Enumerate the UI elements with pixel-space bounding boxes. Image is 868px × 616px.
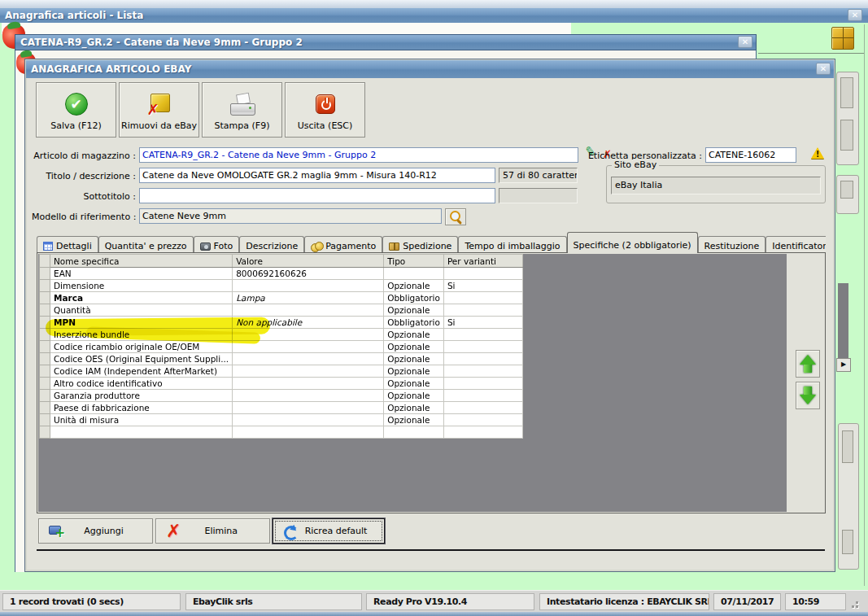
table-header-row: Nome specificaValoreTipoPer varianti [40, 255, 523, 268]
dialog-title: ANAGRAFICA ARTICOLO EBAY [31, 63, 191, 75]
move-up-button[interactable] [796, 350, 820, 378]
table-row[interactable]: MarcaLampaObbligatorio [40, 292, 523, 304]
table-row[interactable]: Inserzione bundleOpzionale [40, 329, 523, 341]
cell-nome-specifica: Quantità [50, 304, 233, 317]
window-edge-line [864, 24, 865, 586]
exit-button[interactable]: Uscita (ESC) [285, 82, 365, 138]
etichetta-field[interactable]: CATENE-16062 [705, 147, 796, 163]
modello-field[interactable]: Catene Neve 9mm [139, 208, 442, 224]
table-row[interactable]: Paese di fabbricazioneOpzionale [40, 402, 523, 414]
row-selector[interactable] [40, 317, 50, 329]
tab-specifiche[interactable]: Specifiche (2 obbligatorie) [567, 232, 698, 253]
row-selector[interactable] [40, 268, 50, 280]
titolo-field[interactable]: Catene da Neve OMOLOGATE GR.2 maglia 9mm… [139, 168, 495, 183]
exit-icon [316, 94, 335, 114]
table-row[interactable]: Altro codice identificativoOpzionale [40, 378, 523, 390]
row-selector[interactable] [40, 353, 50, 365]
row-selector[interactable] [40, 365, 50, 378]
row-selector[interactable] [40, 280, 50, 292]
table-row[interactable]: QuantitàOpzionale [40, 304, 523, 317]
close-icon[interactable]: ✕ [848, 9, 862, 21]
cell-valore [233, 365, 384, 378]
background-scrollbar-fragment[interactable] [838, 283, 848, 358]
recreate-default-button[interactable]: Ricrea default [273, 518, 385, 544]
table-row[interactable]: Codice IAM (Independent AfterMarket)Opzi… [40, 365, 523, 378]
table-row[interactable]: MPNNon applicabileObbligatorioSi [40, 317, 523, 329]
table-row[interactable]: Codice ricambio originale OE/OEMOpzional… [40, 341, 523, 353]
save-button[interactable]: Salva (F12) [36, 82, 116, 138]
row-selector[interactable] [40, 304, 50, 317]
add-button[interactable]: Aggiungi [38, 518, 153, 544]
article-window-content-strip [15, 50, 24, 572]
print-button[interactable]: Stampa (F9) [202, 82, 282, 138]
articolo-field[interactable]: CATENA-R9_GR.2 - Catene da Neve 9mm - Gr… [139, 147, 578, 163]
row-selector[interactable] [40, 329, 50, 341]
table-row[interactable]: Unità di misuraOpzionale [40, 414, 523, 426]
add-icon [49, 525, 63, 537]
cell-tipo [384, 268, 444, 280]
tab-tempo-di-imballaggio[interactable]: Tempo di imballaggio [458, 236, 566, 253]
tab-pagamento[interactable]: Pagamento [304, 236, 382, 253]
tab-foto[interactable]: Foto [194, 236, 240, 253]
cell-per-varianti [443, 390, 522, 402]
tab-descrizione[interactable]: Descrizione [239, 236, 304, 253]
articolo-label: Articolo di magazzino : [32, 150, 136, 163]
remove-ebay-button[interactable]: Rimuovi da eBay [119, 82, 199, 138]
row-selector[interactable] [40, 426, 50, 439]
search-model-button[interactable] [445, 208, 466, 225]
cell-nome-specifica: Inserzione bundle [50, 329, 233, 341]
cell-tipo: Opzionale [384, 304, 444, 317]
table-row[interactable]: Codice OES (Original Equipment Suppli...… [40, 353, 523, 365]
cell-per-varianti [443, 353, 522, 365]
row-selector[interactable] [40, 378, 50, 390]
table-row[interactable]: Garanzia produttoreOpzionale [40, 390, 523, 402]
tab-label-dettagli: Dettagli [56, 241, 92, 251]
row-selector[interactable] [40, 341, 50, 353]
column-header[interactable]: Nome specifica [50, 255, 233, 268]
cell-nome-specifica: Codice IAM (Independent AfterMarket) [50, 365, 233, 378]
table-row[interactable]: EAN8000692160626 [40, 268, 523, 280]
table-row[interactable]: DimensioneOpzionaleSi [40, 280, 523, 292]
cell-per-varianti [443, 414, 522, 426]
table-row[interactable] [40, 426, 523, 439]
save-button-label: Salva (F12) [50, 120, 101, 131]
delete-button[interactable]: ✗Elimina [155, 518, 270, 544]
move-down-button[interactable] [796, 382, 820, 409]
remove-ebay-button-label: Rimuovi da eBay [121, 120, 197, 131]
sottotitolo-field[interactable] [139, 188, 495, 203]
column-header[interactable]: Tipo [384, 255, 444, 268]
tab-label-identificatori-prodotto: Identificatori prodotto [772, 241, 826, 251]
row-selector[interactable] [40, 292, 50, 304]
tab-spedizione[interactable]: Spedizione [382, 236, 458, 253]
cell-per-varianti [443, 329, 522, 341]
divider [758, 53, 864, 54]
status-bar: 1 record trovati (0 secs)EbayClik srlsRe… [0, 590, 868, 612]
cell-valore [233, 378, 384, 390]
resize-grip-icon[interactable] [847, 598, 858, 608]
status-app-version: Ready Pro V19.10.4 [366, 593, 534, 610]
column-header[interactable]: Valore [233, 255, 384, 268]
printer-icon [229, 94, 255, 116]
status-license-holder: Intestatario licenza : EBAYCLIK SRLS [539, 593, 709, 610]
close-icon[interactable]: ✕ [738, 36, 752, 48]
status-date: 07/11/2017 [713, 593, 781, 610]
money-icon [311, 242, 322, 251]
article-window-titlebar: CATENA-R9_GR.2 - Catene da Neve 9mm - Gr… [15, 34, 757, 50]
row-selector[interactable] [40, 402, 50, 414]
column-header[interactable]: Per varianti [443, 255, 522, 268]
tab-quantita-e-prezzo[interactable]: Quantita' e prezzo [98, 236, 194, 253]
tab-label-specifiche: Specifiche (2 obbligatorie) [574, 240, 691, 251]
spec-table-wrap: Nome specificaValoreTipoPer variantiEAN8… [39, 254, 523, 439]
cell-nome-specifica: Codice OES (Original Equipment Suppli... [50, 353, 233, 365]
search-icon [449, 210, 463, 224]
cell-per-varianti [443, 378, 522, 390]
expand-arrow-icon[interactable]: ▶ [836, 358, 851, 372]
cell-per-varianti [443, 341, 522, 353]
row-selector[interactable] [40, 390, 50, 402]
tab-identificatori-prodotto[interactable]: Identificatori prodotto [765, 236, 826, 253]
row-selector[interactable] [40, 414, 50, 426]
tab-restituzione[interactable]: Restituzione [698, 236, 766, 253]
tab-dettagli[interactable]: Dettagli [37, 236, 98, 253]
cell-valore [233, 329, 384, 341]
close-icon[interactable]: ✕ [816, 63, 831, 75]
